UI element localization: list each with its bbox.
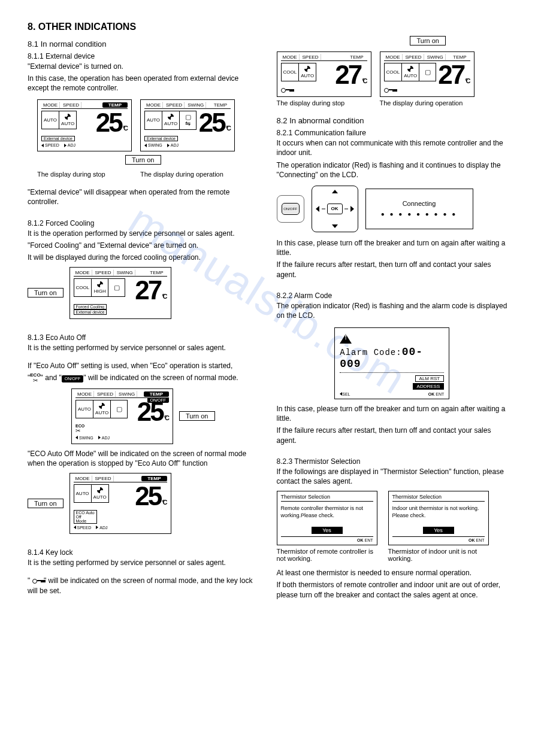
lcd-head-temp: TEMP <box>102 102 128 108</box>
lcd-head-mode: MODE <box>384 54 403 60</box>
p-814-1: It is the setting performed by service p… <box>28 558 259 567</box>
fig-823: Thermistor Selection Remote controller t… <box>277 491 508 545</box>
lcd-keylock-stop: MODE SPEED TEMP COOL AUTO 27°C <box>277 51 371 97</box>
lcd-speed-label: AUTO <box>164 121 177 126</box>
lcd-mode: AUTO <box>74 484 92 503</box>
p-821-1: It occurs when can not communicate with … <box>277 138 508 157</box>
lcd-head-temp: TEMP <box>210 102 231 108</box>
sub-8-2-2: 8.2.2 Alarm Code <box>277 292 508 300</box>
therm-box-title: Thermistor Selection <box>392 494 485 502</box>
p-822-3: If the failure recurs after restart, the… <box>277 426 508 445</box>
lcd-head-speed: SPEED <box>404 54 424 60</box>
sub-8-1-3: 8.1.3 Eco Auto Off <box>28 333 259 342</box>
onoff-chip-icon: ON/OFF <box>62 375 83 382</box>
alarm-foot-r: ENT <box>436 392 444 396</box>
thermistor-box-indoor: Thermistor Selection Indoor unit thermis… <box>388 491 489 545</box>
lcd-foot-r: ADJ <box>99 526 107 530</box>
p-811-3: "External device" will disappear when op… <box>28 187 259 207</box>
p-822-2: In this case, please turn off the breake… <box>277 404 508 423</box>
cap-811-a: The display during stop <box>37 171 132 178</box>
fan-icon <box>99 403 105 410</box>
lcd-head-speed: SPEED <box>93 476 114 481</box>
sub-8-2: 8.2 In abnormal condition <box>277 116 508 125</box>
lcd-head-temp: TEMP <box>144 391 169 397</box>
p-822-1: The operation indicator (Red) is flashin… <box>277 301 508 320</box>
lcd-speed: AUTO <box>93 400 111 418</box>
p-813-1: It is the setting performed by service p… <box>28 343 259 353</box>
warning-icon <box>340 333 352 344</box>
lcd-temp-num: 27°C <box>134 278 167 302</box>
fan-icon <box>97 281 103 289</box>
callout-turn-on: Turn on <box>28 499 64 508</box>
lcd-speed: AUTO <box>402 63 419 81</box>
callout-turn-on: Turn on <box>125 155 161 165</box>
lcd-812: MODE SPEED SWING TEMP COOL HIGH ▢ 27°C F… <box>69 267 171 319</box>
lcd-mode: AUTO <box>75 400 93 418</box>
callout-turn-on: Turn on <box>28 288 64 297</box>
lcd-head-speed: SPEED <box>95 391 116 397</box>
sub-8-1-4: 8.1.4 Key lock <box>28 548 259 557</box>
thermistor-box-remote: Thermistor Selection Remote controller t… <box>277 491 377 545</box>
lcd-temp-num: 25°C <box>95 111 128 135</box>
swing-icon: ▢⇋ <box>180 111 197 130</box>
lcd-head-mode: MODE <box>74 270 92 275</box>
lcd-mode: COOL <box>74 278 92 297</box>
key-icon <box>281 87 291 93</box>
lcd-speed: AUTO <box>162 111 180 130</box>
lcd-speed: AUTO <box>299 63 316 81</box>
address-button: ADDRESS <box>413 383 445 390</box>
p-821-4: If the failure recurs after restart, the… <box>277 260 508 279</box>
onoff-chip-icon: ON/OFF <box>147 397 169 403</box>
lcd-speed-label: HIGH <box>94 289 106 294</box>
onoff-label: ON/OFF <box>282 203 300 215</box>
p-812-2: "Forced Cooling" and "External device" a… <box>28 241 259 250</box>
yes-button: Yes <box>423 527 454 534</box>
lcd-tag-eco-off: ECO Auto Off Mode <box>74 510 97 524</box>
cap-right-a: The display during stop <box>277 99 371 107</box>
alm-rst-button: ALM RST <box>415 375 445 382</box>
lcd-head-speed: SPEED <box>61 102 81 108</box>
right-column: Turn on MODE SPEED TEMP COOL AUTO 27°C <box>277 36 508 602</box>
lcd-811-run: MODE SPEED SWING TEMP AUTO AUTO ▢⇋ 25°C … <box>140 99 235 152</box>
lcd-tag-external: External device <box>74 309 107 315</box>
lcd-head-speed: SPEED <box>93 270 114 275</box>
section-heading: 8. OTHER INDICATIONS <box>28 22 507 32</box>
key-icon <box>32 576 42 586</box>
therm-foot: ENT <box>365 538 373 542</box>
onoff-button-graphic: ON/OFF <box>277 195 304 223</box>
lcd-head-mode: MODE <box>74 476 92 481</box>
lcd-813-run: MODE SPEED SWING TEMP ON/OFF AUTO AUTO ▢… <box>71 388 173 444</box>
lcd-foot-l: SPEED <box>45 143 59 147</box>
lcd-speed: AUTO <box>92 484 109 503</box>
lcd-head-temp: TEMP <box>141 476 167 481</box>
lcd-head-swing: SWING <box>186 102 206 108</box>
lcd-speed-label: AUTO <box>61 121 74 126</box>
alarm-foot-l: SEL <box>342 392 350 396</box>
lcd-tag-forced: Forced Cooling <box>74 304 107 309</box>
sub-8-1-1: 8.1.1 External device <box>28 52 259 60</box>
therm-box-msg: Indoor unit thermistor is not working. P… <box>392 505 485 522</box>
lcd-temp-num: 25°C <box>198 111 231 135</box>
lcd-tag-external: External device <box>144 136 178 141</box>
lcd-811-stop: MODE SPEED TEMP AUTO AUTO 25°C External … <box>37 99 132 152</box>
therm-foot: ENT <box>476 538 485 542</box>
alarm-lcd: Alarm Code:00-009 ALM RST ADDRESS SEL OK… <box>334 327 449 399</box>
fan-icon <box>304 66 310 73</box>
p-823-1: If the followings are displayed in "Ther… <box>277 467 508 486</box>
lcd-head-swing: SWING <box>425 54 446 60</box>
lcd-head-temp: TEMP <box>449 54 470 60</box>
lcd-foot-r: ADJ <box>171 143 179 147</box>
p-814-2: " " will be indicated on the screen of n… <box>28 576 259 596</box>
lcd-temp-num: 25°C <box>136 400 169 424</box>
ok-pad-graphic: OK <box>312 186 358 232</box>
p-821-3: In this case, please turn off the breake… <box>277 238 508 257</box>
lcd-foot-l: SPEED <box>77 526 92 530</box>
lcd-foot-r: ADJ <box>68 143 75 147</box>
p-813-2-line: "ECO" and "ON/OFF" will be indicated on … <box>28 373 259 384</box>
callout-turn-on: Turn on <box>410 36 446 45</box>
lcd-temp-num: 25°C <box>134 484 167 508</box>
cap-811-b: The display during operation <box>140 171 235 178</box>
progress-dots: ● ● ● ● ● ● ● ● ● <box>381 211 458 217</box>
lcd-temp-num: 27°C <box>437 63 470 87</box>
fan-icon <box>168 114 174 121</box>
